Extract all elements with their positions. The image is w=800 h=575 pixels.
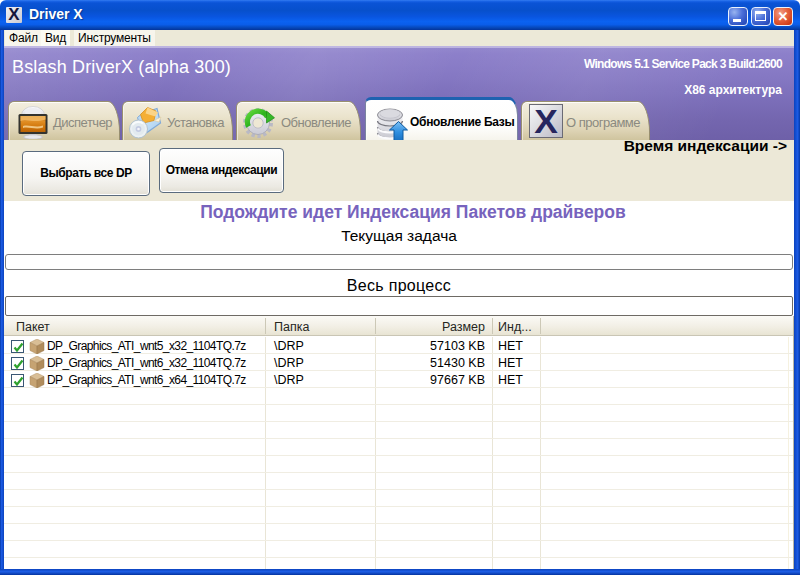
svg-text:X: X (534, 104, 558, 138)
